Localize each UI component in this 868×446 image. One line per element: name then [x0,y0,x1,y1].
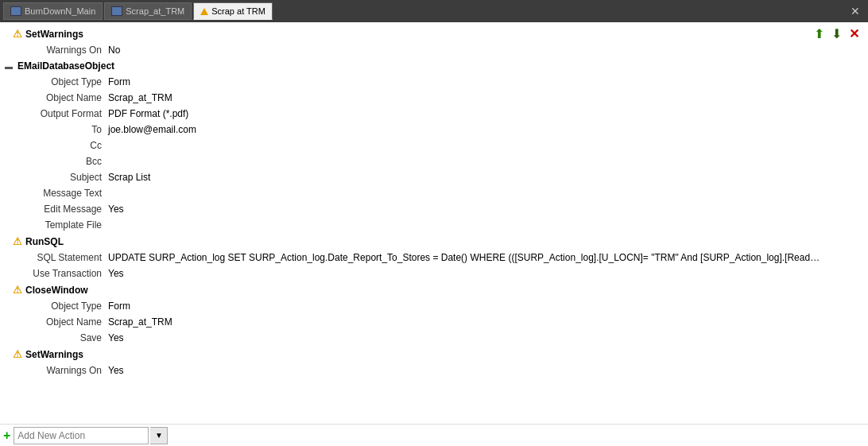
prop-message-text: Message Text [0,185,868,201]
warning-triangle-icon-1: ⚠ [13,28,22,40]
section-set-warnings-1: ⚠ SetWarnings Warnings On No [0,25,868,58]
section-header-email-db[interactable]: ▬ EMailDatabaseObject [0,58,868,74]
arrow-up-icon: ⬆ [814,26,824,41]
add-action-dropdown-btn[interactable]: ▼ [150,427,168,444]
tab-scrap-trm[interactable]: Scrap_at_TRM [104,2,192,20]
add-plus-icon: + [3,429,10,443]
section-set-warnings-2: ⚠ SetWarnings Warnings On Yes [0,346,868,378]
section-close-window: ⚠ CloseWindow Object Type Form Object Na… [0,281,868,346]
warning-triangle-icon-2: ⚠ [13,348,22,360]
prop-object-name-close: Object Name Scrap_at_TRM [0,314,868,330]
warning-triangle-icon-close: ⚠ [13,284,22,296]
prop-warnings-on-2: Warnings On Yes [0,363,868,378]
section-header-close-window[interactable]: ⚠ CloseWindow [0,281,868,298]
delete-action-button[interactable]: ✕ [846,25,862,41]
prop-to: To joe.blow@email.com [0,122,868,138]
prop-bcc: Bcc [0,153,868,169]
prop-output-format: Output Format PDF Format (*.pdf) [0,106,868,122]
lightning-icon [200,8,208,15]
add-action-bar: + ▼ [0,424,868,446]
section-email-db-object: ▬ EMailDatabaseObject Object Type Form O… [0,58,868,233]
action-list: ⚠ SetWarnings Warnings On No ▬ EMailData… [0,22,868,404]
prop-sql-statement: SQL Statement UPDATE SURP_Action_log SET… [0,250,868,266]
delete-icon: ✕ [849,26,859,41]
section-header-set-warnings-2[interactable]: ⚠ SetWarnings [0,346,868,363]
tab-burndown[interactable]: BurnDownN_Main [3,2,103,20]
section-header-set-warnings-1[interactable]: ⚠ SetWarnings [0,25,868,42]
table-icon-scrap-trm [111,6,122,16]
main-content: ⬆ ⬇ ✕ ⚠ SetWarnings Warnings On No ▬ EMa… [0,22,868,446]
prop-object-type-close: Object Type Form [0,298,868,314]
prop-cc: Cc [0,138,868,153]
prop-template-file: Template File [0,217,868,233]
prop-object-type-email: Object Type Form [0,74,868,90]
window-close-btn[interactable]: ✕ [846,5,865,17]
tab-scrap-at-trm[interactable]: Scrap at TRM [193,2,273,20]
chevron-down-icon: ▼ [155,431,163,440]
add-new-action-input[interactable] [14,427,149,444]
prop-use-transaction: Use Transaction Yes [0,266,868,281]
title-bar: BurnDownN_Main Scrap_at_TRM Scrap at TRM… [0,0,868,22]
prop-edit-message: Edit Message Yes [0,201,868,217]
section-header-run-sql[interactable]: ⚠ RunSQL [0,233,868,250]
move-down-button[interactable]: ⬇ [828,25,844,41]
toolbar-buttons: ⬆ ⬇ ✕ [811,25,862,41]
prop-subject: Subject Scrap List [0,169,868,185]
warning-triangle-icon-run-sql: ⚠ [13,235,22,247]
section-run-sql: ⚠ RunSQL SQL Statement UPDATE SURP_Actio… [0,233,868,281]
collapse-icon-email[interactable]: ▬ [5,62,13,71]
arrow-down-icon: ⬇ [831,26,842,41]
prop-warnings-on-1: Warnings On No [0,42,868,58]
table-icon-burndown [10,6,21,16]
prop-object-name-email: Object Name Scrap_at_TRM [0,90,868,106]
move-up-button[interactable]: ⬆ [811,25,827,41]
prop-save: Save Yes [0,330,868,346]
